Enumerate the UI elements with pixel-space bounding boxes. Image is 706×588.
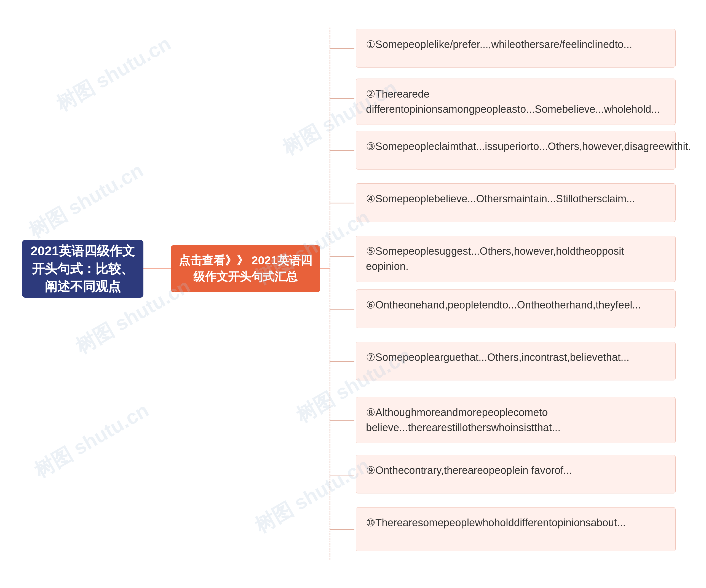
h-connector-2	[329, 98, 354, 99]
card-text-3: ③Somepeopleclaimthat...issuperiorto...Ot…	[366, 139, 665, 154]
h-connector-6	[329, 309, 354, 309]
h-line-connector	[319, 268, 330, 269]
h-connector-7	[329, 361, 354, 362]
connector-box[interactable]: 点击查看》》 2021英语四级作文开头句式汇总	[171, 245, 320, 292]
card-10[interactable]: ⑩Therearesomepeoplewhoholddifferentopini…	[356, 507, 676, 551]
main-title-text: 2021英语四级作文开头句式：比较、阐述不同观点	[29, 242, 137, 295]
card-1[interactable]: ①Somepeoplelike/prefer...,whileothersare…	[356, 29, 676, 68]
card-4[interactable]: ④Somepeoplebelieve...Othersmaintain...St…	[356, 183, 676, 222]
card-text-9: ⑨Onthecontrary,thereareopeoplein favorof…	[366, 463, 665, 478]
card-8[interactable]: ⑧Althoughmoreandmorepeoplecometo believe…	[356, 397, 676, 443]
watermark-1: 树图 shutu.cn	[51, 30, 176, 117]
h-connector-1	[329, 48, 354, 49]
card-text-1: ①Somepeoplelike/prefer...,whileothersare…	[366, 37, 665, 52]
card-text-6: ⑥Ontheonehand,peopletendto...Ontheotherh…	[366, 297, 665, 312]
watermark-4: 树图 shutu.cn	[30, 397, 154, 484]
watermark-2: 树图 shutu.cn	[24, 157, 148, 244]
mind-map-container: 树图 shutu.cn 树图 shutu.cn 树图 shutu.cn 树图 s…	[0, 0, 706, 588]
card-text-4: ④Somepeoplebelieve...Othersmaintain...St…	[366, 191, 665, 207]
h-connector-4	[329, 203, 354, 203]
card-9[interactable]: ⑨Onthecontrary,thereareopeoplein favorof…	[356, 455, 676, 494]
card-text-8: ⑧Althoughmoreandmorepeoplecometo believe…	[366, 405, 665, 435]
card-text-10: ⑩Therearesomepeoplewhoholddifferentopini…	[366, 515, 665, 531]
card-text-2: ②Therearede differentopinionsamongpeople…	[366, 87, 665, 117]
card-5[interactable]: ⑤Somepeoplesuggest...Others,however,hold…	[356, 236, 676, 282]
card-6[interactable]: ⑥Ontheonehand,peopletendto...Ontheotherh…	[356, 289, 676, 328]
h-connector-3	[329, 150, 354, 151]
v-dashed-line	[329, 28, 330, 559]
card-7[interactable]: ⑦Somepeoplearguethat...Others,incontrast…	[356, 342, 676, 380]
card-3[interactable]: ③Somepeopleclaimthat...issuperiorto...Ot…	[356, 131, 676, 170]
card-text-5: ⑤Somepeoplesuggest...Others,however,hold…	[366, 244, 665, 274]
h-connector-8	[329, 420, 354, 421]
connector-text: 点击查看》》 2021英语四级作文开头句式汇总	[179, 253, 312, 285]
main-title-box: 2021英语四级作文开头句式：比较、阐述不同观点	[22, 240, 144, 298]
h-connector-10	[329, 529, 354, 530]
card-text-7: ⑦Somepeoplearguethat...Others,incontrast…	[366, 350, 665, 365]
h-line-main	[144, 268, 172, 269]
h-connector-5	[329, 256, 354, 257]
card-2[interactable]: ②Therearede differentopinionsamongpeople…	[356, 79, 676, 125]
h-connector-9	[329, 475, 354, 476]
